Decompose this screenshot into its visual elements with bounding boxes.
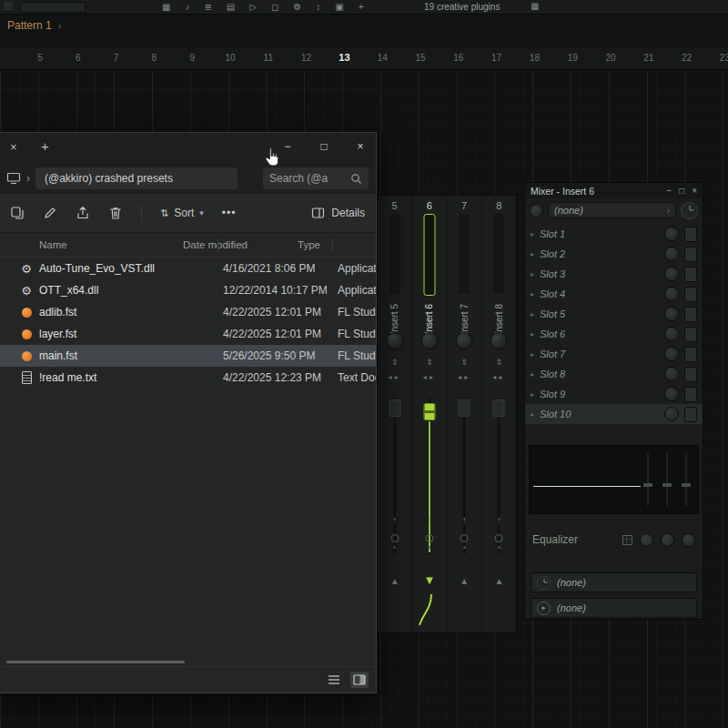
chevron-right-icon[interactable]: › (26, 172, 30, 185)
timeline-bar-number[interactable]: 21 (643, 53, 653, 63)
details-button[interactable]: Details (311, 207, 365, 219)
fader-handle[interactable] (389, 399, 400, 417)
file-row[interactable]: Auto-Tune_Evo_VST.dll4/16/2021 8:06 PMAp… (0, 258, 376, 279)
slot-mix-knob[interactable] (664, 227, 679, 241)
slot-enable-button[interactable] (684, 407, 697, 422)
pan-knob[interactable] (456, 332, 473, 349)
mixer-slot-row[interactable]: ▸Slot 6 (525, 324, 703, 344)
mixer-titlebar[interactable]: Mixer - Insert 6 − □ × (525, 183, 703, 198)
timeline-bar-number[interactable]: 13 (339, 52, 349, 63)
channel-rack-icon[interactable]: ≣ (204, 1, 211, 13)
volume-fader[interactable] (448, 398, 481, 554)
piano-roll-icon[interactable]: ♪ (185, 1, 189, 13)
add-icon[interactable]: + (359, 1, 364, 13)
slot-mix-knob[interactable] (664, 327, 679, 341)
copy-icon[interactable] (10, 206, 25, 220)
volume-fader[interactable] (378, 398, 411, 554)
timeline-bar-number[interactable]: 12 (301, 53, 311, 63)
pan-lr-icon[interactable]: ◂▸ (448, 373, 481, 381)
column-divider[interactable] (217, 238, 218, 251)
search-input[interactable]: Search (@a (263, 167, 369, 189)
file-row[interactable]: adlib.fst4/22/2025 12:01 PMFL Studio (0, 301, 376, 323)
eq-band-slider[interactable] (642, 450, 654, 509)
slot-enable-button[interactable] (684, 287, 697, 302)
fader-handle[interactable] (459, 399, 470, 417)
mixer-slot-row[interactable]: ▸Slot 1 (525, 224, 703, 244)
file-row[interactable]: main.fst5/26/2025 9:50 PMFL Studio (0, 345, 376, 367)
strip-indicator[interactable] (460, 534, 469, 542)
slot-mix-knob[interactable] (664, 247, 679, 261)
slot-enable-button[interactable] (684, 227, 697, 242)
close-icon[interactable]: × (349, 140, 372, 153)
timeline-bar-number[interactable]: 23 (720, 53, 728, 63)
eq-band-slider[interactable] (661, 450, 673, 509)
column-header-date[interactable]: Date modified (177, 239, 292, 250)
equalizer-display[interactable] (529, 445, 699, 514)
column-header-type[interactable]: Type (292, 239, 320, 250)
share-icon[interactable] (76, 206, 90, 220)
new-tab-icon[interactable]: + (41, 138, 49, 154)
timeline-bar-number[interactable]: 15 (415, 53, 425, 63)
pan-knob[interactable] (490, 332, 508, 349)
pan-lr-icon[interactable]: ◂▸ (378, 373, 411, 381)
fader-handle[interactable] (493, 399, 505, 417)
timeline-bar-number[interactable]: 16 (453, 53, 463, 63)
mixer-slot-row[interactable]: ▸Slot 2 (525, 244, 703, 264)
horizontal-scrollbar[interactable] (6, 661, 185, 663)
grid-icon[interactable]: ▣ (335, 1, 343, 13)
strip-indicator[interactable] (390, 534, 399, 542)
route-arrow-icon[interactable]: ▲ (378, 576, 411, 586)
playlist-timeline-ruler[interactable]: 567891011121314151617181920212223 (0, 47, 728, 70)
sort-button[interactable]: ⇅ Sort ▾ (160, 207, 204, 219)
stereo-arrows-icon[interactable]: ⇕ (482, 358, 516, 367)
mixer-slot-row[interactable]: ▸Slot 9 (525, 384, 703, 404)
file-row[interactable]: OTT_x64.dll12/22/2014 10:17 PMApplicatio… (0, 279, 376, 301)
slot-mix-knob[interactable] (664, 387, 679, 401)
typing-keyboard-icon[interactable]: ▦ (531, 1, 539, 11)
mixer-strip-insert-6[interactable]: 6Insert 6⇕◂▸↑▼ (412, 196, 447, 632)
slot-mix-knob[interactable] (664, 367, 679, 381)
timeline-bar-number[interactable]: 18 (530, 53, 540, 63)
mixer-strip-insert-7[interactable]: 7Insert 7⇕◂▸↑▲ (448, 196, 482, 632)
file-row[interactable]: layer.fst4/22/2025 12:01 PMFL Studio (0, 323, 376, 345)
file-row[interactable]: !read me.txt4/22/2025 12:23 PMText Docu (0, 367, 376, 389)
timeline-bar-number[interactable]: 6 (76, 53, 81, 63)
list-view-button[interactable] (325, 672, 343, 688)
route-arrow-icon[interactable]: ▲ (482, 576, 516, 586)
route-arrow-icon[interactable]: ▼ (412, 573, 446, 587)
close-icon[interactable]: × (692, 186, 697, 196)
timeline-bar-number[interactable]: 8 (152, 53, 157, 63)
slot-enable-button[interactable] (684, 307, 697, 322)
fader-handle[interactable] (423, 403, 435, 420)
rename-icon[interactable] (43, 206, 57, 220)
mixer-slot-row[interactable]: ▸Slot 5 (525, 304, 703, 324)
timeline-bar-number[interactable]: 10 (225, 53, 235, 63)
pattern-selector[interactable]: Pattern 1 › (7, 19, 61, 32)
source-knob-icon[interactable] (530, 204, 543, 217)
timeline-bar-number[interactable]: 19 (568, 53, 578, 63)
eq-mid-knob[interactable] (661, 533, 674, 547)
stereo-arrows-icon[interactable]: ⇕ (448, 358, 481, 367)
address-field[interactable]: (@akkiro) crashed presets (35, 167, 238, 189)
eq-low-knob[interactable] (640, 533, 653, 547)
play-icon[interactable]: ▷ (249, 1, 257, 13)
timeline-bar-number[interactable]: 7 (114, 53, 119, 63)
pan-lr-icon[interactable]: ◂▸ (412, 373, 446, 381)
timeline-bar-number[interactable]: 9 (189, 53, 195, 63)
mixer-strip-insert-5[interactable]: 5Insert 5⇕◂▸↑▲ (378, 196, 412, 632)
mixer-slot-row[interactable]: ▸Slot 3 (525, 264, 703, 284)
timeline-bar-number[interactable]: 17 (491, 53, 501, 63)
timeline-bar-number[interactable]: 14 (378, 53, 388, 63)
column-divider[interactable] (332, 238, 333, 251)
menu-icon[interactable] (4, 2, 13, 11)
timeline-bar-number[interactable]: 11 (264, 53, 273, 63)
slot-mix-knob[interactable] (664, 307, 679, 321)
slot-enable-button[interactable] (684, 327, 697, 342)
time-fx-slot[interactable]: (none) (531, 572, 697, 592)
browser-icon[interactable]: ▤ (227, 1, 235, 13)
eq-band-slider[interactable] (680, 450, 693, 509)
slot-mix-knob[interactable] (664, 407, 679, 421)
more-options-icon[interactable]: ••• (222, 207, 237, 219)
mixer-slot-row[interactable]: ▸Slot 4 (525, 284, 703, 304)
pan-knob[interactable] (420, 332, 438, 349)
